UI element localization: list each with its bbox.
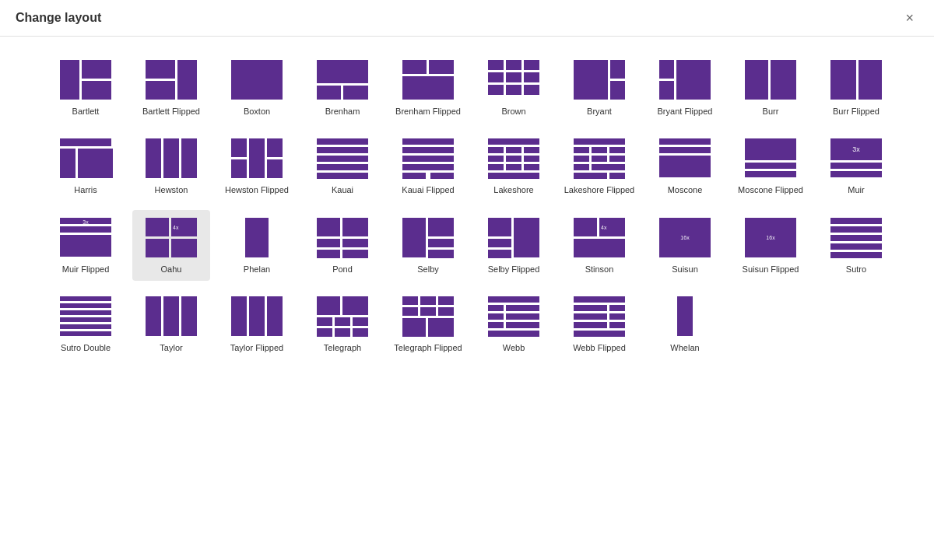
layout-item-stinson[interactable]: 4x Stinson — [560, 210, 638, 281]
layout-label-lakeshore-flipped: Lakeshore Flipped — [564, 184, 635, 195]
svg-rect-65 — [574, 138, 625, 145]
layout-item-suisun-flipped[interactable]: 16x Suisun Flipped — [732, 210, 809, 281]
layout-item-bryant[interactable]: Bryant — [560, 52, 638, 123]
layout-label-bartlett: Bartlett — [72, 106, 100, 117]
close-button[interactable]: × — [901, 9, 918, 26]
layout-item-hewston[interactable]: Hewston — [132, 131, 210, 201]
svg-rect-156 — [488, 322, 504, 328]
svg-rect-125 — [60, 310, 111, 315]
layout-item-sutro-double[interactable]: Sutro Double — [47, 289, 125, 359]
layout-item-boxton[interactable]: Boxton — [218, 52, 296, 123]
svg-rect-22 — [574, 60, 608, 100]
layout-label-oahu: Oahu — [161, 264, 182, 275]
layout-item-moscone-flipped[interactable]: Moscone Flipped — [732, 131, 809, 201]
layout-item-taylor-flipped[interactable]: Taylor Flipped — [218, 289, 296, 359]
layout-label-taylor-flipped: Taylor Flipped — [230, 342, 283, 353]
layout-label-hewston: Hewston — [155, 184, 188, 195]
svg-rect-15 — [524, 60, 539, 70]
layout-item-bartlett-flipped[interactable]: Bartlett Flipped — [132, 52, 210, 123]
svg-rect-129 — [146, 296, 161, 336]
svg-rect-132 — [231, 296, 247, 336]
svg-rect-25 — [659, 60, 674, 79]
layout-item-selby-flipped[interactable]: Selby Flipped — [475, 210, 553, 281]
layout-item-telegraph[interactable]: Telegraph — [304, 289, 381, 359]
layout-item-harris[interactable]: Harris — [47, 131, 125, 201]
layout-item-bartlett[interactable]: Bartlett — [47, 52, 125, 123]
svg-rect-108 — [488, 250, 511, 258]
layout-item-webb[interactable]: Webb — [475, 289, 553, 359]
svg-rect-26 — [659, 81, 674, 100]
svg-rect-56 — [506, 147, 521, 153]
layout-item-lakeshore-flipped[interactable]: Lakeshore Flipped — [560, 131, 638, 201]
svg-rect-61 — [488, 164, 504, 170]
svg-rect-121 — [830, 243, 882, 250]
layout-item-kauai[interactable]: Kauai — [304, 131, 381, 201]
svg-rect-50 — [402, 156, 454, 162]
svg-rect-119 — [830, 226, 882, 233]
layout-item-telegraph-flipped[interactable]: Telegraph Flipped — [389, 289, 467, 359]
svg-rect-13 — [488, 60, 504, 70]
svg-rect-19 — [488, 85, 504, 95]
svg-text:3x: 3x — [83, 219, 89, 225]
svg-rect-143 — [402, 296, 418, 305]
svg-rect-0 — [60, 60, 79, 100]
layout-item-selby[interactable]: Selby — [389, 210, 467, 281]
svg-rect-109 — [514, 218, 539, 257]
svg-text:16x: 16x — [766, 235, 775, 240]
svg-rect-71 — [609, 156, 625, 162]
svg-rect-134 — [267, 296, 283, 336]
layout-item-brown[interactable]: Brown — [475, 52, 553, 123]
layout-item-brenham-flipped[interactable]: Brenham Flipped — [389, 52, 467, 123]
svg-rect-122 — [830, 252, 882, 258]
svg-rect-32 — [60, 138, 111, 146]
svg-rect-146 — [402, 307, 418, 316]
layout-item-bryant-flipped[interactable]: Bryant Flipped — [646, 52, 724, 123]
layout-item-whelan[interactable]: Whelan — [646, 289, 724, 359]
layout-item-burr[interactable]: Burr — [732, 52, 809, 123]
layout-item-moscone[interactable]: Moscone — [646, 131, 724, 201]
svg-rect-97 — [342, 218, 368, 236]
svg-rect-140 — [317, 328, 332, 337]
svg-rect-113 — [574, 239, 625, 257]
svg-rect-8 — [317, 86, 341, 100]
svg-rect-95 — [245, 218, 269, 257]
svg-rect-49 — [402, 147, 454, 153]
svg-rect-21 — [524, 85, 539, 95]
svg-rect-67 — [592, 147, 607, 153]
layout-item-hewston-flipped[interactable]: Hewston Flipped — [218, 131, 296, 201]
layout-label-burr: Burr — [763, 106, 779, 117]
layout-item-suisun[interactable]: 16x Suisun — [646, 210, 724, 281]
layout-item-muir-flipped[interactable]: 3x Muir Flipped — [47, 210, 125, 281]
svg-rect-28 — [745, 60, 768, 100]
dialog-title: Change layout — [16, 11, 101, 25]
svg-rect-145 — [438, 296, 454, 305]
layout-item-brenham[interactable]: Brenham — [304, 52, 381, 123]
svg-rect-81 — [745, 171, 796, 177]
layout-item-webb-flipped[interactable]: Webb Flipped — [560, 289, 638, 359]
svg-rect-155 — [506, 313, 539, 320]
layout-item-pond[interactable]: Pond — [304, 210, 381, 281]
layout-label-webb-flipped: Webb Flipped — [573, 342, 626, 353]
layout-item-taylor[interactable]: Taylor — [132, 289, 210, 359]
layout-item-kauai-flipped[interactable]: Kauai Flipped — [389, 131, 467, 201]
svg-rect-159 — [574, 296, 625, 303]
svg-text:4x: 4x — [173, 225, 179, 230]
svg-rect-161 — [609, 305, 625, 311]
layout-item-oahu[interactable]: 4x Oahu — [132, 210, 210, 281]
svg-rect-166 — [574, 331, 625, 337]
layout-item-phelan[interactable]: Phelan — [218, 210, 296, 281]
layout-item-lakeshore[interactable]: Lakeshore — [475, 131, 553, 201]
svg-rect-10 — [402, 60, 427, 74]
svg-rect-54 — [488, 138, 539, 145]
svg-rect-123 — [60, 296, 111, 301]
layout-item-muir[interactable]: 3x Muir — [817, 131, 895, 201]
layout-item-sutro[interactable]: Sutro — [817, 210, 895, 281]
layout-item-burr-flipped[interactable]: Burr Flipped — [817, 52, 895, 123]
svg-rect-46 — [317, 164, 368, 170]
svg-rect-29 — [771, 60, 796, 100]
svg-rect-90 — [146, 218, 169, 236]
svg-rect-44 — [317, 147, 368, 153]
svg-rect-89 — [60, 235, 111, 257]
svg-rect-43 — [317, 138, 368, 145]
svg-rect-34 — [78, 149, 113, 178]
